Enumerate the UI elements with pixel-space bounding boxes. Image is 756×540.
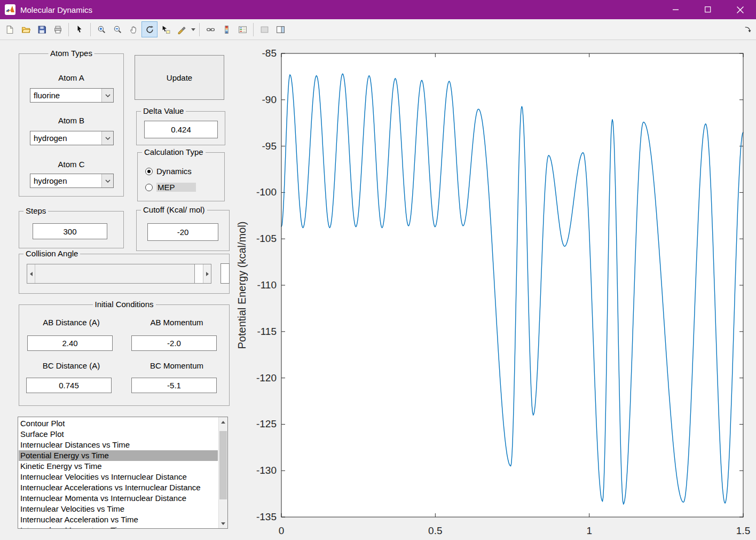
list-item[interactable]: Internuclear Velocities vs Internuclear … [19,472,218,482]
colorbar-icon [222,25,231,34]
minimize-button[interactable] [660,0,692,19]
y-axis-label: Potential Energy (kcal/mol) [236,222,248,349]
dock-figure-button[interactable] [742,24,753,35]
x-tick-label: 1 [586,525,592,536]
cutoff-field[interactable] [147,223,218,241]
slider-track[interactable] [35,264,203,283]
atom-a-dropdown[interactable]: fluorine [30,88,114,103]
titlebar[interactable]: Molecular Dynamics [0,0,756,19]
initial-conditions-panel: Initial Conditions AB Distance (A) AB Mo… [19,304,230,406]
listbox-scrollbar[interactable] [218,417,227,528]
window-controls [660,0,756,19]
list-item[interactable]: Internuclear Distances vs Time [19,440,218,450]
list-item[interactable]: Kinetic Energy vs Time [19,461,218,472]
ab-momentum-field[interactable] [131,335,217,351]
list-item[interactable]: Internuclear Momenta vs Time [19,525,218,528]
pan-hand-icon [129,25,138,34]
bc-distance-field[interactable] [26,378,112,393]
scroll-down-button[interactable] [219,519,227,528]
radio-dynamics[interactable]: Dynamics [145,167,192,176]
close-button[interactable] [724,0,756,19]
list-item[interactable]: Internulear Velocities vs Time [19,504,218,514]
arrow-right-icon [206,272,209,276]
legend-icon [238,25,247,34]
bc-momentum-label: BC Momentum [126,361,227,370]
data-cursor-button[interactable] [158,21,174,37]
list-item[interactable]: Surface Plot [19,429,218,440]
steps-title: Steps [23,206,48,215]
rotate-3d-button[interactable] [141,21,158,37]
toolbar-separator [253,23,254,36]
radio-dynamics-label: Dynamics [156,167,192,176]
save-icon [37,25,46,34]
arrow-down-icon [221,522,225,525]
list-item[interactable]: Potential Energy vs Time [19,450,218,461]
zoom-in-button[interactable] [93,21,109,37]
show-plot-tools-button[interactable] [272,21,288,37]
pan-button[interactable] [125,21,141,37]
steps-field[interactable] [33,223,107,239]
atom-b-dropdown[interactable]: hydrogen [30,131,114,145]
atom-c-dropdown[interactable]: hydrogen [30,174,114,188]
open-file-button[interactable] [18,21,34,37]
close-icon [737,6,744,13]
delta-value-title: Delta Value [141,106,186,115]
collision-angle-slider[interactable] [27,264,211,284]
link-plot-button[interactable] [202,21,218,37]
slider-right-button[interactable] [203,264,211,283]
save-figure-button[interactable] [34,21,50,37]
maximize-button[interactable] [692,0,724,19]
atom-b-value: hydrogen [30,134,101,143]
list-item[interactable]: Internuclear Acceleration vs Time [19,514,218,525]
x-tick-label: 0 [279,525,285,536]
update-button[interactable]: Update [135,55,224,100]
y-tick-label: -105 [256,233,277,244]
brush-dropdown-button[interactable] [190,21,196,37]
scrollbar-thumb[interactable] [219,431,227,499]
print-figure-button[interactable] [50,21,66,37]
chevron-down-icon [191,28,195,31]
y-tick-label: -125 [256,418,277,429]
chevron-down-icon [101,174,113,187]
slider-left-button[interactable] [27,264,35,283]
radio-mep[interactable]: MEP [145,183,196,192]
insert-colorbar-button[interactable] [218,21,234,37]
link-plot-icon [206,25,215,34]
delta-value-field[interactable] [144,121,218,138]
edit-plot-button[interactable] [72,21,88,37]
y-tick-label: -135 [256,511,277,522]
atom-a-label: Atom A [19,73,123,82]
brush-icon [177,25,186,34]
insert-legend-button[interactable] [234,21,250,37]
calculation-type-panel: Calculation Type Dynamics MEP [137,152,225,201]
plot-type-listbox-items: Contour PlotSurface PlotInternuclear Dis… [19,418,218,528]
slider-thumb[interactable] [35,264,195,283]
zoom-out-icon [113,25,122,34]
new-figure-icon [5,25,14,34]
potential-energy-plot[interactable]: -135-130-125-120-115-110-105-100-95-90-8… [235,40,756,540]
bc-momentum-field[interactable] [131,378,217,393]
scroll-up-button[interactable] [219,417,227,427]
list-item[interactable]: Internuclear Momenta vs Internuclear Dis… [19,493,218,504]
y-tick-label: -110 [257,279,277,291]
x-tick-label: 0.5 [428,525,442,536]
ab-distance-field[interactable] [27,335,113,351]
data-cursor-icon [161,25,170,34]
collision-angle-value-field[interactable] [220,263,230,284]
radio-unselected-icon [145,184,153,191]
figure-toolbar [0,19,756,40]
initial-conditions-title: Initial Conditions [92,300,155,309]
chevron-down-icon [101,89,113,102]
plot-type-listbox[interactable]: Contour PlotSurface PlotInternuclear Dis… [18,417,228,529]
zoom-out-button[interactable] [109,21,125,37]
collision-angle-panel: Collision Angle [19,254,230,294]
hide-plot-tools-button[interactable] [256,21,272,37]
list-item[interactable]: Contour Plot [19,418,218,429]
rotate-3d-icon [145,25,154,34]
toolbar-separator [199,23,200,36]
new-figure-button[interactable] [2,21,18,37]
brush-button[interactable] [174,21,190,37]
list-item[interactable]: Internuclear Accelerations vs Internucle… [19,482,218,493]
atom-b-label: Atom B [19,116,123,125]
collision-angle-title: Collision Angle [23,249,80,258]
